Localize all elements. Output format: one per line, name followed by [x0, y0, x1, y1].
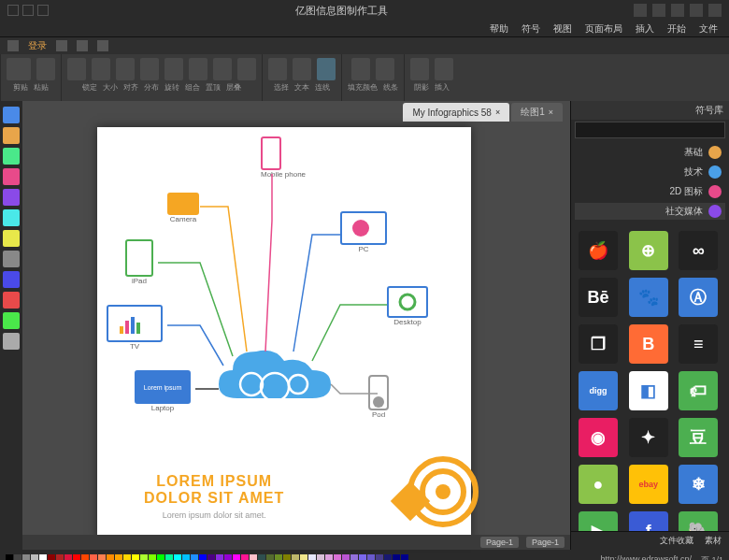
tool-icon[interactable]	[652, 4, 665, 17]
palette-swatch[interactable]	[292, 554, 299, 560]
palette-swatch[interactable]	[98, 554, 106, 560]
qa-icon[interactable]	[77, 40, 88, 51]
tool-button[interactable]	[3, 292, 20, 309]
connector-button[interactable]	[317, 58, 336, 80]
insert-button[interactable]	[435, 58, 453, 80]
symbol-icon[interactable]: ⊕	[629, 231, 668, 270]
symbol-icon[interactable]: ≡	[679, 324, 718, 364]
page-tab[interactable]: Page-1	[480, 537, 519, 548]
palette-swatch[interactable]	[241, 554, 249, 560]
layer-button[interactable]	[237, 58, 256, 80]
symbol-icon[interactable]: ✦	[629, 418, 668, 457]
front-button[interactable]	[213, 58, 232, 80]
maximize-icon[interactable]	[22, 5, 34, 16]
distribute-button[interactable]	[140, 58, 159, 80]
palette-swatch[interactable]	[393, 554, 400, 560]
qa-icon[interactable]	[97, 40, 108, 51]
symbol-icon[interactable]: B	[629, 324, 668, 364]
line-button[interactable]	[376, 58, 394, 80]
minimize-icon[interactable]	[37, 5, 49, 16]
palette-swatch[interactable]	[182, 554, 190, 560]
palette-swatch[interactable]	[233, 554, 240, 560]
menu-file[interactable]: 文件	[699, 22, 718, 35]
palette-swatch[interactable]	[157, 554, 164, 560]
cut-button[interactable]	[36, 58, 55, 80]
menu-view[interactable]: 视图	[553, 22, 572, 35]
tool-icon[interactable]	[708, 4, 722, 17]
category-item[interactable]: 基础	[575, 144, 725, 161]
palette-swatch[interactable]	[81, 554, 89, 560]
palette-swatch[interactable]	[123, 554, 131, 560]
tool-button[interactable]	[3, 333, 20, 350]
palette-swatch[interactable]	[266, 554, 274, 560]
palette-swatch[interactable]	[149, 554, 156, 560]
palette-swatch[interactable]	[367, 554, 375, 560]
palette-swatch[interactable]	[250, 554, 257, 560]
menu-insert[interactable]: 插入	[636, 22, 654, 35]
tab-document-2[interactable]: My Infographics 58×	[403, 103, 509, 122]
symbol-icon[interactable]: ◧	[629, 371, 668, 410]
palette-swatch[interactable]	[64, 554, 72, 560]
palette-swatch[interactable]	[199, 554, 207, 560]
qa-icon[interactable]	[56, 40, 67, 51]
rotate-button[interactable]	[164, 58, 183, 80]
symbol-icon[interactable]: 🐾	[629, 278, 668, 317]
symbol-icon[interactable]: ●	[579, 465, 618, 504]
palette-swatch[interactable]	[334, 554, 341, 560]
palette-swatch[interactable]	[56, 554, 64, 560]
palette-swatch[interactable]	[342, 554, 350, 560]
tool-button[interactable]	[3, 189, 20, 206]
palette-swatch[interactable]	[275, 554, 282, 560]
symbol-icon[interactable]: ▶	[579, 511, 618, 531]
symbol-icon[interactable]: digg	[579, 371, 618, 410]
palette-swatch[interactable]	[48, 554, 55, 560]
symbol-icon[interactable]: ❒	[579, 324, 618, 364]
fill-button[interactable]	[351, 58, 370, 80]
group-button[interactable]	[189, 58, 207, 80]
palette-swatch[interactable]	[359, 554, 366, 560]
symbol-search-input[interactable]	[575, 122, 725, 138]
tool-button[interactable]	[3, 107, 20, 123]
palette-swatch[interactable]	[174, 554, 181, 560]
palette-swatch[interactable]	[300, 554, 307, 560]
palette-swatch[interactable]	[216, 554, 223, 560]
palette-swatch[interactable]	[73, 554, 80, 560]
palette-swatch[interactable]	[6, 554, 13, 560]
symbol-icon[interactable]: 🏷	[679, 371, 718, 410]
palette-swatch[interactable]	[191, 554, 198, 560]
palette-swatch[interactable]	[350, 554, 358, 560]
palette-swatch[interactable]	[401, 554, 408, 560]
palette-swatch[interactable]	[283, 554, 291, 560]
tool-button[interactable]	[3, 148, 20, 165]
symbol-icon[interactable]: 🍎	[579, 231, 618, 270]
palette-swatch[interactable]	[14, 554, 21, 560]
palette-swatch[interactable]	[317, 554, 324, 560]
palette-swatch[interactable]	[140, 554, 148, 560]
lock-button[interactable]	[67, 58, 86, 80]
text-button[interactable]	[293, 58, 311, 80]
menu-start[interactable]: 开始	[667, 22, 686, 35]
palette-swatch[interactable]	[224, 554, 232, 560]
symbol-icon[interactable]: ❄	[679, 465, 718, 504]
palette-swatch[interactable]	[384, 554, 392, 560]
palette-swatch[interactable]	[31, 554, 38, 560]
login-link[interactable]: 登录	[28, 39, 47, 52]
symbol-icon[interactable]: f	[629, 511, 668, 531]
tool-button[interactable]	[3, 251, 20, 267]
footer-tab[interactable]: 文件收藏	[660, 535, 693, 547]
tab-document-1[interactable]: 绘图1×	[511, 103, 563, 122]
close-icon[interactable]	[7, 5, 19, 16]
tool-icon[interactable]	[634, 4, 647, 17]
footer-tab[interactable]: 素材	[705, 535, 722, 547]
tool-icon[interactable]	[690, 4, 703, 17]
palette-swatch[interactable]	[325, 554, 333, 560]
palette-swatch[interactable]	[22, 554, 30, 560]
menu-layout[interactable]: 页面布局	[585, 22, 622, 35]
symbol-icon[interactable]: Ⓐ	[679, 278, 718, 317]
symbol-icon[interactable]: 🐘	[679, 511, 718, 531]
tool-icon[interactable]	[671, 4, 684, 17]
category-item[interactable]: 技术	[575, 164, 725, 180]
palette-swatch[interactable]	[107, 554, 114, 560]
palette-swatch[interactable]	[308, 554, 316, 560]
page-tab[interactable]: Page-1	[526, 537, 565, 548]
